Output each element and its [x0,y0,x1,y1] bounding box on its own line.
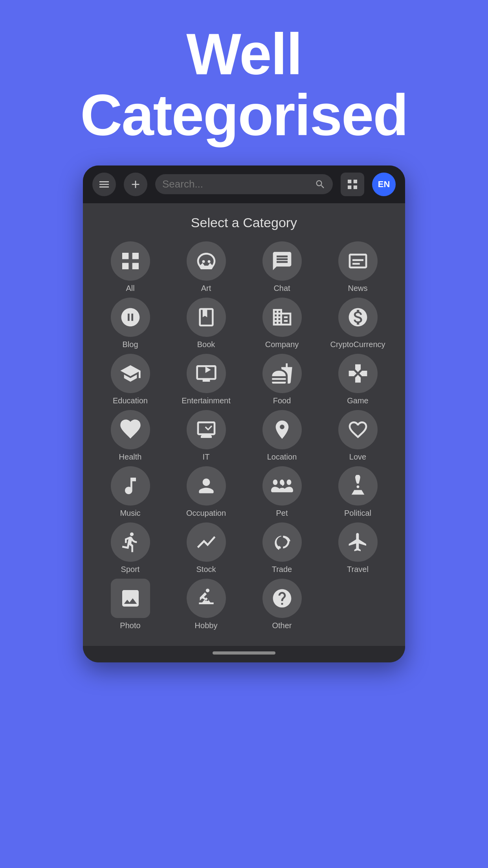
category-chat[interactable]: Chat [246,241,317,293]
category-hobby[interactable]: Hobby [171,579,242,630]
hobby-icon-wrap [187,579,226,618]
game-icon [347,362,369,384]
photo-icon [119,587,141,609]
music-icon [119,475,141,497]
blog-icon-wrap [111,298,150,337]
game-label: Game [347,396,368,405]
entertainment-icon-wrap [187,354,226,393]
topbar: EN [83,166,405,203]
chat-icon [271,250,293,272]
search-input[interactable] [162,178,311,190]
travel-label: Travel [347,565,369,574]
other-icon-wrap [262,579,302,618]
chat-icon-wrap [262,241,302,281]
category-news[interactable]: News [322,241,393,293]
category-occupation[interactable]: Occupation [171,466,242,518]
trade-icon-wrap [262,522,302,562]
category-blog[interactable]: Blog [95,298,166,349]
other-label: Other [272,621,292,630]
trade-icon [271,531,293,553]
category-screen-title: Select a Category [91,215,397,230]
art-icon [195,250,217,272]
category-stock[interactable]: Stock [171,522,242,574]
crypto-label: CryptoCurrency [330,340,385,349]
add-button[interactable] [124,173,147,196]
education-icon [119,362,141,384]
love-icon-wrap [338,410,378,449]
love-icon [347,419,369,441]
category-health[interactable]: Health [95,410,166,462]
category-music[interactable]: Music [95,466,166,518]
entertainment-icon [195,362,217,384]
company-label: Company [265,340,299,349]
category-location[interactable]: Location [246,410,317,462]
blog-icon [119,306,141,328]
category-company[interactable]: Company [246,298,317,349]
category-all[interactable]: All [95,241,166,293]
book-icon-wrap [187,298,226,337]
menu-button[interactable] [92,173,116,196]
category-education[interactable]: Education [95,354,166,405]
home-bar-area [83,646,405,662]
music-label: Music [120,509,140,518]
category-pet[interactable]: Pet [246,466,317,518]
book-label: Book [197,340,215,349]
sport-icon-wrap [111,522,150,562]
all-icon-wrap [111,241,150,281]
category-sport[interactable]: Sport [95,522,166,574]
category-book[interactable]: Book [171,298,242,349]
category-grid: All Art Chat News [91,241,397,630]
it-icon [195,419,217,441]
grid-view-button[interactable] [341,173,364,196]
category-travel[interactable]: Travel [322,522,393,574]
crypto-icon-wrap [338,298,378,337]
location-icon [271,419,293,441]
game-icon-wrap [338,354,378,393]
it-label: IT [203,452,210,462]
art-icon-wrap [187,241,226,281]
health-icon-wrap [111,410,150,449]
love-label: Love [349,452,366,462]
headline: Well Categorised [80,24,407,146]
location-label: Location [267,452,297,462]
stock-icon-wrap [187,522,226,562]
language-button[interactable]: EN [372,173,396,196]
location-icon-wrap [262,410,302,449]
occupation-label: Occupation [186,509,226,518]
education-label: Education [113,396,148,405]
hobby-label: Hobby [195,621,218,630]
phone-frame: EN Select a Category All Art [83,166,405,662]
category-trade[interactable]: Trade [246,522,317,574]
category-crypto[interactable]: CryptoCurrency [322,298,393,349]
photo-icon-wrap [111,579,150,618]
stock-icon [195,531,217,553]
category-political[interactable]: Political [322,466,393,518]
news-icon [347,250,369,272]
category-other[interactable]: Other [246,579,317,630]
sport-icon [119,531,141,553]
all-label: All [126,284,134,293]
category-game[interactable]: Game [322,354,393,405]
political-icon-wrap [338,466,378,506]
category-love[interactable]: Love [322,410,393,462]
travel-icon-wrap [338,522,378,562]
category-food[interactable]: Food [246,354,317,405]
trade-label: Trade [272,565,292,574]
news-icon-wrap [338,241,378,281]
category-photo[interactable]: Photo [95,579,166,630]
entertainment-label: Entertainment [182,396,231,405]
pet-label: Pet [276,509,288,518]
company-icon-wrap [262,298,302,337]
education-icon-wrap [111,354,150,393]
home-bar [213,651,275,655]
search-icon [315,179,326,190]
search-bar[interactable] [155,174,333,194]
hobby-icon [195,587,217,609]
stock-label: Stock [196,565,216,574]
category-art[interactable]: Art [171,241,242,293]
pet-icon-wrap [262,466,302,506]
category-it[interactable]: IT [171,410,242,462]
crypto-icon [347,306,369,328]
music-icon-wrap [111,466,150,506]
category-entertainment[interactable]: Entertainment [171,354,242,405]
